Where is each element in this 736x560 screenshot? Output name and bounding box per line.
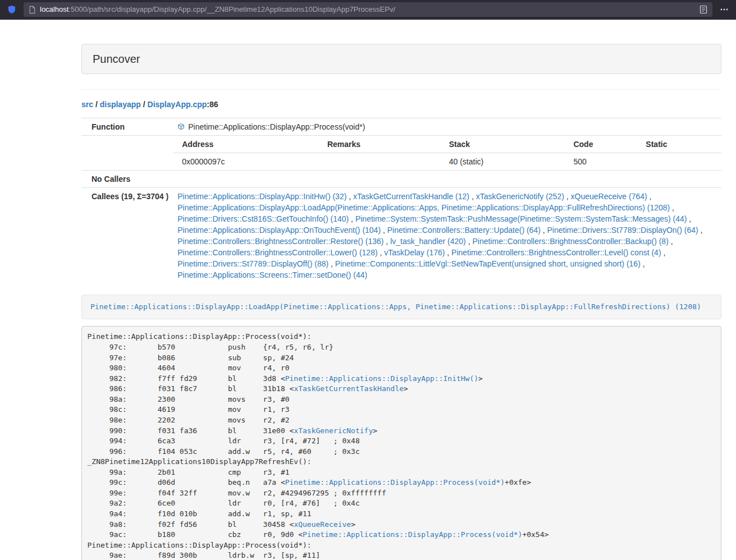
divider [81, 89, 721, 90]
callees-cell: Pinetime::Applications::DisplayApp::Init… [173, 187, 721, 283]
callee-link[interactable]: Pinetime::Drivers::St7789::DisplayOff() … [177, 259, 328, 268]
breadcrumb-link[interactable]: src [81, 100, 93, 109]
table-row-metrics: Address Remarks Stack Code Static 0x0000… [81, 135, 721, 170]
callee-link[interactable]: Pinetime::Components::LittleVgl::SetNewT… [335, 259, 641, 268]
url-host: localhost [40, 5, 68, 13]
metric-stack: 40 (static) [445, 153, 569, 170]
metric-remarks [323, 153, 445, 170]
breadcrumb-line-number: :86 [207, 100, 218, 109]
code-symbol-link[interactable]: xQueueReceive [294, 520, 351, 529]
callee-link[interactable]: Pinetime::Controllers::BrightnessControl… [451, 248, 661, 257]
callee-link[interactable]: Pinetime::Drivers::St7789::DisplayOn() (… [547, 226, 698, 235]
breadcrumb-link[interactable]: DisplayApp.cpp [148, 100, 207, 109]
site-identity-page-icon[interactable] [28, 6, 36, 14]
callee-link[interactable]: xQueueReceive (764) [571, 192, 647, 201]
callee-link[interactable]: Pinetime::Controllers::BrightnessControl… [177, 248, 377, 257]
url-path: :5000/path/src/displayapp/DisplayApp.cpp… [68, 5, 395, 13]
column-stack: Stack [445, 136, 569, 153]
table-row-function: Function Pinetime::Applications::Display… [81, 118, 721, 135]
callee-link[interactable]: Pinetime::System::SystemTask::PushMessag… [355, 214, 687, 223]
code-symbol-link[interactable]: Pinetime::Applications::DisplayApp::Proc… [303, 530, 522, 539]
callee-link[interactable]: Pinetime::Drivers::Cst816S::GetTouchInfo… [177, 214, 349, 223]
column-code: Code [569, 136, 641, 153]
callee-link[interactable]: lv_task_handler (420) [390, 237, 466, 246]
callers-cell [173, 170, 721, 187]
code-symbol-link[interactable]: Pinetime::Applications::DisplayApp::Init… [285, 374, 478, 383]
callee-link[interactable]: xTaskGenericNotify (252) [476, 192, 564, 201]
column-static: Static [641, 136, 721, 153]
tracking-protection-shield-icon[interactable] [4, 2, 19, 17]
function-table: Function Pinetime::Applications::Display… [81, 118, 721, 283]
callees-label: Callees (19, Σ=3704 ) [81, 187, 173, 283]
callee-link[interactable]: vTaskDelay (176) [384, 248, 445, 257]
highlighted-symbol-link[interactable]: Pinetime::Applications::DisplayApp::Load… [90, 302, 701, 311]
page-title: Puncover [93, 53, 140, 65]
code-block: Pinetime::Applications::DisplayApp::Proc… [81, 326, 721, 560]
overflow-menu-icon[interactable] [717, 2, 732, 17]
column-remarks: Remarks [323, 136, 445, 153]
callee-link[interactable]: Pinetime::Applications::DisplayApp::Init… [177, 192, 346, 201]
callee-link[interactable]: Pinetime::Controllers::BrightnessControl… [472, 237, 668, 246]
browser-toolbar: localhost:5000/path/src/displayapp/Displ… [0, 0, 736, 20]
reader-view-icon[interactable] [699, 5, 708, 14]
highlighted-symbol-box: Pinetime::Applications::DisplayApp::Load… [81, 295, 721, 319]
metric-address: 0x0000097c [173, 153, 323, 170]
code-symbol-link[interactable]: xTaskGetCurrentTaskHandle [294, 384, 404, 393]
table-row-callees: Callees (19, Σ=3704 ) Pinetime::Applicat… [81, 187, 721, 283]
callee-link[interactable]: Pinetime::Controllers::Battery::Update()… [387, 226, 541, 235]
callee-link[interactable]: xTaskGetCurrentTaskHandle (12) [353, 192, 469, 201]
no-callers-label: No Callers [81, 170, 173, 187]
callee-link[interactable]: Pinetime::Applications::DisplayApp::Load… [177, 203, 670, 212]
url-bar[interactable]: localhost:5000/path/src/displayapp/Displ… [24, 2, 712, 17]
url-text: localhost:5000/path/src/displayapp/Displ… [40, 4, 699, 15]
app-header-panel: Puncover [81, 44, 721, 74]
symbol-type-icon [177, 122, 185, 129]
code-symbol-link[interactable]: xTaskGenericNotify [294, 426, 373, 435]
callee-link[interactable]: Pinetime::Applications::DisplayApp::OnTo… [177, 226, 381, 235]
function-name-cell: Pinetime::Applications::DisplayApp::Proc… [173, 118, 721, 135]
metrics-data-row: 0x0000097c 40 (static) 500 [173, 153, 721, 170]
function-label: Function [81, 118, 173, 135]
metrics-header-row: Address Remarks Stack Code Static [173, 136, 721, 153]
callee-link[interactable]: Pinetime::Controllers::BrightnessControl… [177, 237, 383, 246]
metric-static [641, 153, 721, 170]
metric-code: 500 [569, 153, 641, 170]
metrics-table: Address Remarks Stack Code Static 0x0000… [173, 136, 721, 170]
column-address: Address [173, 136, 323, 153]
breadcrumb: src / displayapp / DisplayApp.cpp:86 [81, 99, 721, 111]
code-symbol-link[interactable]: Pinetime::Applications::DisplayApp::Proc… [285, 478, 505, 486]
callee-link[interactable]: Pinetime::Applications::Screens::Timer::… [177, 270, 367, 279]
spacer-cell [81, 135, 173, 170]
page-container: Puncover src / displayapp / DisplayApp.c… [81, 20, 721, 560]
table-row-callers: No Callers [81, 170, 721, 187]
function-name: Pinetime::Applications::DisplayApp::Proc… [188, 122, 365, 131]
breadcrumb-link[interactable]: displayapp [100, 100, 141, 109]
